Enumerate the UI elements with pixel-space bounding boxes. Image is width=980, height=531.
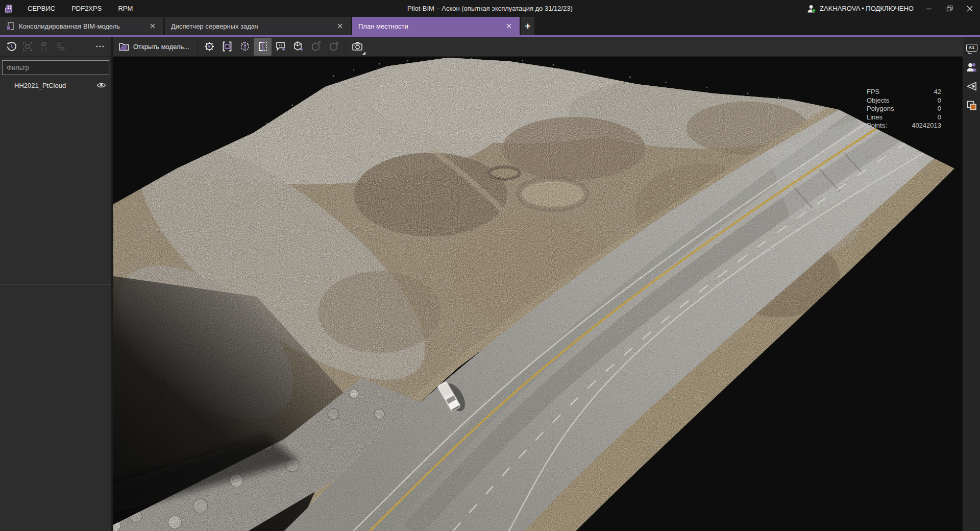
tree-item-ptcloud[interactable]: HH2021_PtCloud (0, 79, 111, 92)
settings-button[interactable] (200, 38, 218, 56)
history-button[interactable] (3, 38, 19, 55)
tabbar: Консолидированная BIM-модель Диспетчер с… (0, 17, 980, 35)
tab-label: Диспетчер серверных задач (171, 22, 330, 30)
stat-label: Points: (867, 122, 887, 130)
menu-rpm[interactable]: RPM (110, 0, 141, 17)
tab-bim-model[interactable]: Консолидированная BIM-модель (0, 17, 163, 35)
user-status-label: ZAKHAROVA • ПОДКЛЮЧЕНО (820, 5, 914, 12)
window-title: Pilot-BIM – Аскон (опытная эксплуатация … (407, 0, 573, 17)
section-plane-icon (257, 40, 269, 53)
collaboration-icon (966, 61, 978, 73)
right-toolbar: A1 (963, 37, 980, 531)
tree-item-label: HH2021_PtCloud (14, 82, 66, 89)
viewport-toolbar: Открыть модель... (113, 37, 963, 57)
tab-close-icon[interactable] (503, 20, 514, 32)
add-model-icon (292, 40, 305, 53)
tab-close-icon[interactable] (147, 20, 158, 32)
point-cloud-scene (113, 57, 963, 531)
menu-pdf2xps[interactable]: PDF2XPS (63, 0, 110, 17)
stat-value: 0 (938, 113, 941, 122)
frame-icon (21, 40, 34, 53)
minimize-icon (926, 6, 932, 12)
menu-servis[interactable]: СЕРВИС (19, 0, 63, 17)
open-folder-icon (118, 42, 130, 52)
frame-selection-button[interactable] (218, 38, 236, 56)
titlebar: СЕРВИС PDF2XPS RPM Pilot-BIM – Аскон (оп… (0, 0, 980, 17)
stat-label: FPS (867, 88, 879, 96)
list-visibility-button (52, 38, 68, 55)
section-box-icon (38, 40, 50, 53)
open-model-button[interactable]: Открыть модель... (115, 38, 194, 55)
status-online-dot (812, 9, 815, 12)
toolbar-separator (346, 39, 346, 54)
list-visibility-icon (54, 40, 66, 53)
close-button[interactable] (960, 0, 980, 17)
sidebar-toolbar (0, 37, 111, 57)
add-model-button[interactable] (289, 38, 307, 56)
app-window: СЕРВИС PDF2XPS RPM Pilot-BIM – Аскон (оп… (0, 0, 980, 531)
toolbar-separator (197, 39, 198, 54)
stat-label: Objects (867, 96, 889, 105)
tab-terrain-plan[interactable]: План местности (352, 17, 520, 35)
more-button[interactable] (92, 38, 108, 55)
tab-label: План местности (358, 22, 499, 30)
clip-volume-button[interactable] (236, 38, 254, 56)
settings-gear-icon (203, 40, 215, 53)
remove-model-button (325, 38, 343, 56)
tab-server-tasks[interactable]: Диспетчер серверных задач (165, 17, 351, 35)
close-icon (967, 6, 973, 12)
collaboration-button[interactable] (964, 58, 979, 76)
frame-selection-icon (221, 40, 233, 53)
section-box-button (36, 38, 52, 55)
new-tab-button[interactable]: + (521, 17, 534, 35)
more-icon (95, 41, 105, 52)
annotation-icon: A1 (966, 44, 977, 52)
add-comment-icon (275, 40, 287, 53)
view-direction-icon (966, 81, 978, 92)
add-comment-button[interactable] (272, 38, 289, 56)
restore-icon (946, 5, 953, 12)
open-model-label: Открыть модель... (133, 43, 189, 51)
panel-splitter[interactable] (0, 284, 111, 285)
move-model-button (307, 38, 325, 56)
layers-icon (966, 100, 978, 112)
stat-value: 40242013 (912, 122, 941, 130)
clip-volume-icon (239, 40, 251, 53)
dropdown-caret-icon (362, 52, 365, 55)
screenshot-button[interactable] (349, 38, 366, 56)
filter-container (0, 57, 111, 75)
stat-value: 42 (934, 88, 941, 96)
user-icon (807, 4, 817, 13)
section-plane-button[interactable] (254, 38, 272, 56)
stat-value: 0 (938, 96, 941, 105)
model-tree-panel: HH2021_PtCloud (0, 37, 113, 531)
history-icon (5, 40, 17, 53)
camera-icon (351, 40, 364, 53)
visibility-toggle[interactable] (95, 80, 107, 91)
user-status[interactable]: ZAKHAROVA • ПОДКЛЮЧЕНО (802, 0, 919, 17)
layers-button[interactable] (964, 97, 979, 114)
stat-label: Lines (867, 113, 883, 122)
menubar: СЕРВИС PDF2XPS RPM (19, 0, 141, 17)
remove-model-icon (328, 40, 340, 53)
3d-viewport[interactable]: FPS42 Objects0 Polygons0 Lines0 Points:4… (113, 57, 963, 531)
app-logo-icon (4, 4, 14, 14)
eye-icon (96, 82, 106, 89)
filter-input[interactable] (2, 60, 109, 75)
stat-label: Polygons (867, 105, 894, 113)
restore-button[interactable] (939, 0, 960, 17)
stat-value: 0 (938, 105, 941, 113)
annotations-button[interactable]: A1 (964, 39, 979, 56)
tab-close-icon[interactable] (334, 20, 346, 32)
minimize-button[interactable] (919, 0, 939, 17)
view-direction-button[interactable] (964, 78, 979, 95)
move-model-icon (310, 40, 323, 53)
frame-button (19, 38, 36, 55)
tab-label: Консолидированная BIM-модель (19, 22, 143, 30)
render-stats: FPS42 Objects0 Polygons0 Lines0 Points:4… (867, 88, 941, 130)
bim-model-icon (6, 22, 15, 31)
